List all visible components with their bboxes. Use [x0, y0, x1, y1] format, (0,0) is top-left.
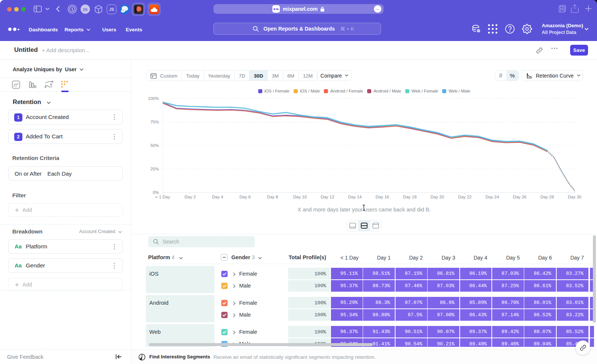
svg-text:50%: 50% — [150, 143, 159, 148]
svg-text:Day 18: Day 18 — [403, 195, 416, 199]
svg-text:Day 10: Day 10 — [293, 195, 307, 199]
svg-text:Day 6: Day 6 — [240, 195, 251, 199]
svg-text:Day 22: Day 22 — [458, 195, 471, 199]
svg-text:Day 24: Day 24 — [485, 195, 499, 199]
svg-text:Day 14: Day 14 — [348, 195, 362, 199]
svg-text:Day 28: Day 28 — [540, 195, 554, 199]
svg-text:100%: 100% — [148, 96, 159, 101]
svg-text:Day 16: Day 16 — [376, 195, 389, 199]
svg-text:Day 12: Day 12 — [321, 195, 334, 199]
svg-text:Day 8: Day 8 — [267, 195, 278, 199]
svg-text:Day 26: Day 26 — [513, 195, 526, 199]
svg-text:< 1 Day: < 1 Day — [155, 195, 170, 199]
svg-text:Day 30: Day 30 — [568, 195, 581, 199]
svg-text:25%: 25% — [150, 167, 159, 171]
svg-text:0%: 0% — [153, 190, 159, 195]
svg-text:Day 2: Day 2 — [185, 195, 196, 199]
svg-text:75%: 75% — [150, 120, 159, 124]
svg-text:Day 4: Day 4 — [212, 195, 224, 199]
svg-text:Day 20: Day 20 — [431, 195, 444, 199]
